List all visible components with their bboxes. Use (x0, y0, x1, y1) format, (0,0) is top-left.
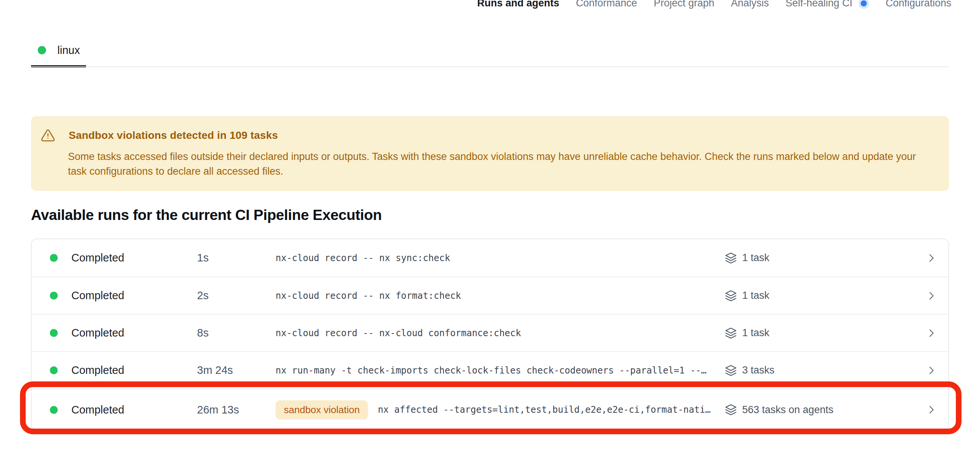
banner-title: Sandbox violations detected in 109 tasks (69, 129, 278, 141)
chevron-right-icon[interactable] (918, 404, 937, 415)
nav-item-project-graph[interactable]: Project graph (654, 0, 714, 9)
layers-tasks-icon (725, 290, 737, 302)
nav-item-self-healing-ci[interactable]: Self-healing CI (786, 0, 869, 9)
nav-item-analysis[interactable]: Analysis (731, 0, 769, 9)
run-duration: 8s (197, 327, 275, 339)
run-command: nx run-many -t check-imports check-lock-… (275, 365, 707, 376)
run-command: nx-cloud record -- nx-cloud conformance:… (275, 328, 521, 338)
green-status-dot-icon (50, 292, 58, 300)
green-status-dot-icon (50, 366, 58, 374)
green-status-dot-icon (50, 329, 58, 337)
run-row[interactable]: Completed 26m 13s sandbox violation nx a… (32, 388, 948, 430)
layers-tasks-icon (725, 252, 737, 264)
green-status-dot-icon (50, 254, 58, 262)
run-status: Completed (72, 289, 124, 302)
run-task-count: 3 tasks (742, 365, 775, 376)
run-duration: 2s (197, 289, 275, 302)
nav-item-runs-and-agents[interactable]: Runs and agents (477, 0, 560, 9)
nav-item-label: Runs and agents (477, 0, 560, 9)
green-status-dot-icon (38, 46, 46, 54)
tab-linux[interactable]: linux (31, 39, 87, 61)
run-row[interactable]: Completed 1s nx-cloud record -- nx sync:… (32, 239, 948, 277)
run-task-count: 1 task (742, 327, 769, 339)
run-status: Completed (72, 404, 124, 416)
tabbar-divider (31, 67, 949, 67)
warning-triangle-icon (41, 128, 55, 143)
sandbox-violation-banner: Sandbox violations detected in 109 tasks… (31, 116, 949, 191)
run-status: Completed (72, 252, 124, 264)
chevron-right-icon[interactable] (918, 252, 937, 264)
run-row[interactable]: Completed 3m 24s nx run-many -t check-im… (32, 351, 948, 388)
banner-body: Some tasks accessed files outside their … (68, 149, 925, 179)
run-command: nx-cloud record -- nx format:check (275, 290, 461, 301)
run-duration: 1s (197, 252, 275, 264)
chevron-right-icon[interactable] (918, 290, 937, 301)
run-command: nx-cloud record -- nx sync:check (275, 253, 450, 263)
run-task-count: 1 task (742, 290, 769, 301)
top-navigation: Runs and agents Conformance Project grap… (477, 0, 951, 9)
chevron-right-icon[interactable] (918, 328, 937, 339)
nav-item-label: Analysis (731, 0, 769, 9)
run-command: nx affected --targets=lint,test,build,e2… (378, 404, 711, 415)
nav-item-conformance[interactable]: Conformance (576, 0, 637, 9)
chevron-right-icon[interactable] (918, 365, 937, 376)
run-status: Completed (72, 364, 124, 377)
run-task-count: 563 tasks on agents (742, 404, 834, 416)
layers-tasks-icon (725, 404, 737, 416)
nav-item-label: Configurations (886, 0, 951, 9)
nav-item-label: Self-healing CI (786, 0, 853, 9)
run-row[interactable]: Completed 8s nx-cloud record -- nx-cloud… (32, 314, 948, 351)
run-row[interactable]: Completed 2s nx-cloud record -- nx forma… (32, 277, 948, 314)
nav-item-label: Project graph (654, 0, 714, 9)
run-status: Completed (72, 327, 124, 339)
self-healing-ci-status-dot-icon (858, 0, 869, 9)
run-duration: 26m 13s (197, 404, 275, 416)
tab-linux-label: linux (57, 44, 80, 57)
run-task-count: 1 task (742, 252, 769, 264)
layers-tasks-icon (725, 365, 737, 377)
section-title: Available runs for the current CI Pipeli… (31, 207, 382, 224)
nx-cloud-cipe-page: Runs and agents Conformance Project grap… (0, 0, 980, 455)
nav-item-configurations[interactable]: Configurations (886, 0, 951, 9)
layers-tasks-icon (725, 327, 737, 339)
sandbox-violation-badge: sandbox violation (275, 400, 368, 420)
nav-item-label: Conformance (576, 0, 637, 9)
run-duration: 3m 24s (197, 364, 275, 377)
runs-list: Completed 1s nx-cloud record -- nx sync:… (31, 238, 949, 431)
green-status-dot-icon (50, 406, 58, 414)
